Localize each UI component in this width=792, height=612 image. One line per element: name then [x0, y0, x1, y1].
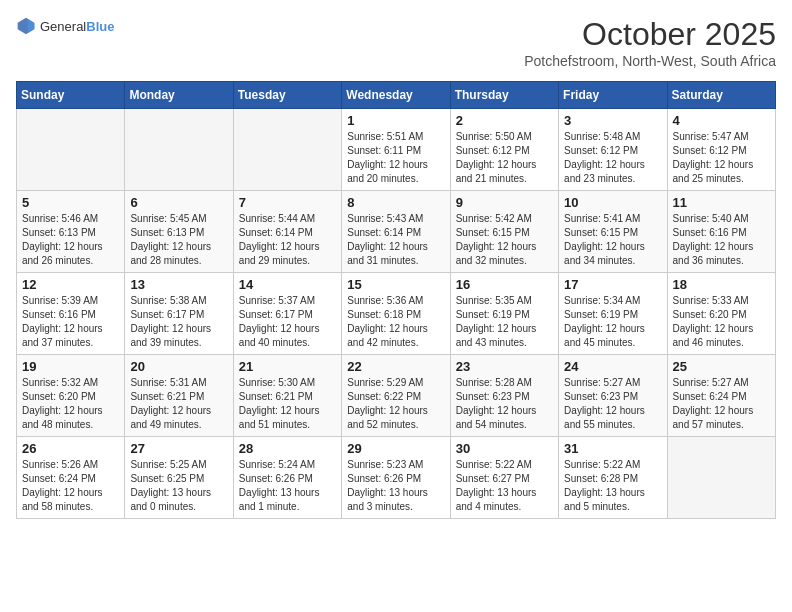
day-number: 7: [239, 195, 336, 210]
day-cell: 28Sunrise: 5:24 AM Sunset: 6:26 PM Dayli…: [233, 437, 341, 519]
day-cell: 16Sunrise: 5:35 AM Sunset: 6:19 PM Dayli…: [450, 273, 558, 355]
day-cell: 5Sunrise: 5:46 AM Sunset: 6:13 PM Daylig…: [17, 191, 125, 273]
day-number: 2: [456, 113, 553, 128]
weekday-header-monday: Monday: [125, 82, 233, 109]
day-number: 19: [22, 359, 119, 374]
day-cell: [17, 109, 125, 191]
day-info: Sunrise: 5:22 AM Sunset: 6:28 PM Dayligh…: [564, 458, 661, 514]
day-info: Sunrise: 5:26 AM Sunset: 6:24 PM Dayligh…: [22, 458, 119, 514]
weekday-header-friday: Friday: [559, 82, 667, 109]
day-info: Sunrise: 5:39 AM Sunset: 6:16 PM Dayligh…: [22, 294, 119, 350]
day-info: Sunrise: 5:47 AM Sunset: 6:12 PM Dayligh…: [673, 130, 770, 186]
day-number: 11: [673, 195, 770, 210]
day-number: 18: [673, 277, 770, 292]
day-info: Sunrise: 5:48 AM Sunset: 6:12 PM Dayligh…: [564, 130, 661, 186]
day-cell: 10Sunrise: 5:41 AM Sunset: 6:15 PM Dayli…: [559, 191, 667, 273]
logo-icon: [16, 16, 36, 36]
day-info: Sunrise: 5:32 AM Sunset: 6:20 PM Dayligh…: [22, 376, 119, 432]
day-number: 9: [456, 195, 553, 210]
day-cell: 9Sunrise: 5:42 AM Sunset: 6:15 PM Daylig…: [450, 191, 558, 273]
day-info: Sunrise: 5:44 AM Sunset: 6:14 PM Dayligh…: [239, 212, 336, 268]
week-row-2: 5Sunrise: 5:46 AM Sunset: 6:13 PM Daylig…: [17, 191, 776, 273]
week-row-1: 1Sunrise: 5:51 AM Sunset: 6:11 PM Daylig…: [17, 109, 776, 191]
day-number: 1: [347, 113, 444, 128]
day-cell: 31Sunrise: 5:22 AM Sunset: 6:28 PM Dayli…: [559, 437, 667, 519]
day-cell: 17Sunrise: 5:34 AM Sunset: 6:19 PM Dayli…: [559, 273, 667, 355]
day-cell: 23Sunrise: 5:28 AM Sunset: 6:23 PM Dayli…: [450, 355, 558, 437]
logo-text: GeneralBlue: [40, 17, 114, 35]
day-info: Sunrise: 5:46 AM Sunset: 6:13 PM Dayligh…: [22, 212, 119, 268]
day-info: Sunrise: 5:34 AM Sunset: 6:19 PM Dayligh…: [564, 294, 661, 350]
day-info: Sunrise: 5:38 AM Sunset: 6:17 PM Dayligh…: [130, 294, 227, 350]
day-number: 20: [130, 359, 227, 374]
day-cell: 19Sunrise: 5:32 AM Sunset: 6:20 PM Dayli…: [17, 355, 125, 437]
weekday-header-wednesday: Wednesday: [342, 82, 450, 109]
day-cell: 29Sunrise: 5:23 AM Sunset: 6:26 PM Dayli…: [342, 437, 450, 519]
day-cell: 14Sunrise: 5:37 AM Sunset: 6:17 PM Dayli…: [233, 273, 341, 355]
calendar: SundayMondayTuesdayWednesdayThursdayFrid…: [16, 81, 776, 519]
day-info: Sunrise: 5:36 AM Sunset: 6:18 PM Dayligh…: [347, 294, 444, 350]
weekday-header-thursday: Thursday: [450, 82, 558, 109]
week-row-4: 19Sunrise: 5:32 AM Sunset: 6:20 PM Dayli…: [17, 355, 776, 437]
weekday-header-saturday: Saturday: [667, 82, 775, 109]
day-number: 28: [239, 441, 336, 456]
day-number: 22: [347, 359, 444, 374]
weekday-header-sunday: Sunday: [17, 82, 125, 109]
day-info: Sunrise: 5:30 AM Sunset: 6:21 PM Dayligh…: [239, 376, 336, 432]
day-cell: [667, 437, 775, 519]
day-number: 29: [347, 441, 444, 456]
day-number: 8: [347, 195, 444, 210]
day-cell: 30Sunrise: 5:22 AM Sunset: 6:27 PM Dayli…: [450, 437, 558, 519]
day-number: 23: [456, 359, 553, 374]
day-info: Sunrise: 5:29 AM Sunset: 6:22 PM Dayligh…: [347, 376, 444, 432]
day-info: Sunrise: 5:25 AM Sunset: 6:25 PM Dayligh…: [130, 458, 227, 514]
day-info: Sunrise: 5:45 AM Sunset: 6:13 PM Dayligh…: [130, 212, 227, 268]
day-info: Sunrise: 5:27 AM Sunset: 6:24 PM Dayligh…: [673, 376, 770, 432]
day-cell: 4Sunrise: 5:47 AM Sunset: 6:12 PM Daylig…: [667, 109, 775, 191]
day-cell: [125, 109, 233, 191]
day-cell: 3Sunrise: 5:48 AM Sunset: 6:12 PM Daylig…: [559, 109, 667, 191]
day-number: 25: [673, 359, 770, 374]
day-info: Sunrise: 5:37 AM Sunset: 6:17 PM Dayligh…: [239, 294, 336, 350]
day-number: 4: [673, 113, 770, 128]
day-cell: 1Sunrise: 5:51 AM Sunset: 6:11 PM Daylig…: [342, 109, 450, 191]
header: GeneralBlue October 2025 Potchefstroom, …: [16, 16, 776, 69]
day-number: 12: [22, 277, 119, 292]
day-number: 15: [347, 277, 444, 292]
day-cell: 18Sunrise: 5:33 AM Sunset: 6:20 PM Dayli…: [667, 273, 775, 355]
day-cell: 26Sunrise: 5:26 AM Sunset: 6:24 PM Dayli…: [17, 437, 125, 519]
day-info: Sunrise: 5:22 AM Sunset: 6:27 PM Dayligh…: [456, 458, 553, 514]
day-cell: 24Sunrise: 5:27 AM Sunset: 6:23 PM Dayli…: [559, 355, 667, 437]
day-number: 5: [22, 195, 119, 210]
day-number: 16: [456, 277, 553, 292]
day-number: 10: [564, 195, 661, 210]
month-title: October 2025: [524, 16, 776, 53]
day-cell: 15Sunrise: 5:36 AM Sunset: 6:18 PM Dayli…: [342, 273, 450, 355]
day-info: Sunrise: 5:43 AM Sunset: 6:14 PM Dayligh…: [347, 212, 444, 268]
day-info: Sunrise: 5:27 AM Sunset: 6:23 PM Dayligh…: [564, 376, 661, 432]
day-number: 21: [239, 359, 336, 374]
day-cell: [233, 109, 341, 191]
day-number: 24: [564, 359, 661, 374]
day-info: Sunrise: 5:41 AM Sunset: 6:15 PM Dayligh…: [564, 212, 661, 268]
day-cell: 20Sunrise: 5:31 AM Sunset: 6:21 PM Dayli…: [125, 355, 233, 437]
day-cell: 27Sunrise: 5:25 AM Sunset: 6:25 PM Dayli…: [125, 437, 233, 519]
day-info: Sunrise: 5:24 AM Sunset: 6:26 PM Dayligh…: [239, 458, 336, 514]
day-number: 27: [130, 441, 227, 456]
weekday-header-row: SundayMondayTuesdayWednesdayThursdayFrid…: [17, 82, 776, 109]
day-info: Sunrise: 5:35 AM Sunset: 6:19 PM Dayligh…: [456, 294, 553, 350]
day-cell: 13Sunrise: 5:38 AM Sunset: 6:17 PM Dayli…: [125, 273, 233, 355]
day-number: 26: [22, 441, 119, 456]
logo: GeneralBlue: [16, 16, 114, 36]
weekday-header-tuesday: Tuesday: [233, 82, 341, 109]
day-number: 30: [456, 441, 553, 456]
day-number: 3: [564, 113, 661, 128]
day-info: Sunrise: 5:40 AM Sunset: 6:16 PM Dayligh…: [673, 212, 770, 268]
day-cell: 6Sunrise: 5:45 AM Sunset: 6:13 PM Daylig…: [125, 191, 233, 273]
day-info: Sunrise: 5:33 AM Sunset: 6:20 PM Dayligh…: [673, 294, 770, 350]
day-cell: 22Sunrise: 5:29 AM Sunset: 6:22 PM Dayli…: [342, 355, 450, 437]
day-info: Sunrise: 5:23 AM Sunset: 6:26 PM Dayligh…: [347, 458, 444, 514]
day-number: 6: [130, 195, 227, 210]
day-number: 14: [239, 277, 336, 292]
day-cell: 2Sunrise: 5:50 AM Sunset: 6:12 PM Daylig…: [450, 109, 558, 191]
